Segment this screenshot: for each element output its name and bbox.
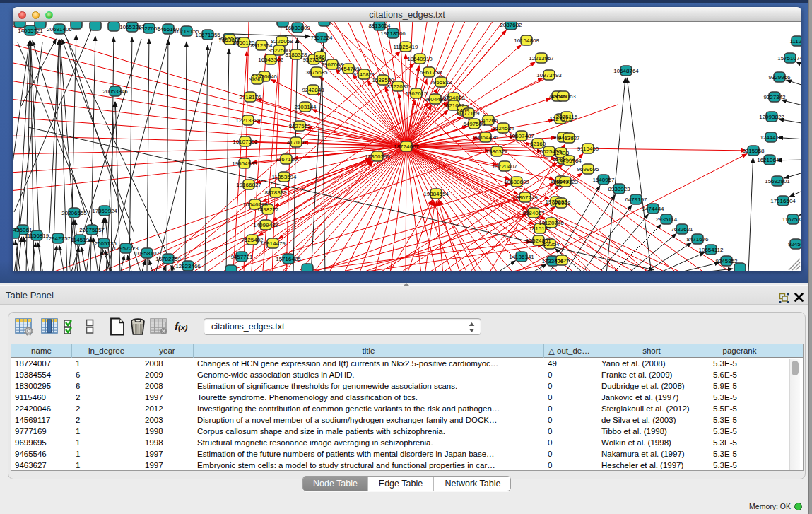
svg-text:12213967: 12213967 [529, 55, 554, 62]
svg-text:252254: 252254 [541, 241, 560, 247]
svg-text:20691406: 20691406 [47, 26, 72, 33]
svg-text:8226058: 8226058 [271, 38, 293, 45]
svg-text:20053346: 20053346 [102, 88, 128, 95]
svg-text:15716485: 15716485 [276, 256, 301, 262]
svg-text:16543362: 16543362 [258, 57, 283, 63]
svg-text:12942757: 12942757 [45, 235, 71, 242]
svg-text:9329966: 9329966 [768, 74, 791, 81]
svg-text:14099489: 14099489 [253, 222, 278, 228]
svg-text:16033809: 16033809 [285, 25, 310, 31]
svg-text:2975115: 2975115 [556, 114, 578, 120]
svg-text:15720407: 15720407 [492, 163, 517, 170]
svg-text:18640910: 18640910 [407, 56, 433, 62]
svg-text:16914479: 16914479 [260, 240, 286, 247]
svg-text:14136141: 14136141 [509, 254, 534, 260]
svg-text:18300295: 18300295 [365, 153, 390, 160]
svg-text:8878335: 8878335 [264, 189, 287, 196]
svg-text:6479197: 6479197 [625, 197, 647, 203]
svg-text:9794028: 9794028 [442, 95, 465, 101]
svg-text:10607487: 10607487 [509, 133, 534, 139]
svg-text:9699695: 9699695 [577, 166, 599, 173]
svg-text:98901: 98901 [249, 76, 266, 83]
svg-text:17359924: 17359924 [92, 208, 117, 214]
svg-text:16961758: 16961758 [416, 69, 442, 76]
svg-text:8322037: 8322037 [387, 83, 409, 90]
svg-text:114519: 114519 [71, 237, 90, 243]
svg-text:8215958: 8215958 [742, 148, 765, 154]
svg-text:3624534: 3624534 [492, 125, 514, 132]
svg-text:19218506: 19218506 [380, 30, 406, 37]
svg-text:7955812: 7955812 [430, 79, 452, 86]
svg-text:20206555: 20206555 [61, 210, 87, 216]
svg-text:20975857: 20975857 [79, 227, 105, 233]
svg-text:976928: 976928 [552, 200, 571, 206]
svg-text:9457721: 9457721 [230, 254, 253, 260]
svg-text:92450: 92450 [788, 241, 801, 247]
svg-text:1244415: 1244415 [760, 134, 782, 141]
svg-text:8938923: 8938923 [608, 186, 630, 192]
svg-text:12923466: 12923466 [175, 263, 201, 269]
svg-text:1167533: 1167533 [782, 216, 801, 223]
svg-text:9084067: 9084067 [522, 210, 545, 216]
svg-text:18724007: 18724007 [394, 144, 419, 150]
svg-text:16210643: 16210643 [757, 157, 782, 163]
svg-text:2718176: 2718176 [239, 94, 261, 100]
svg-text:10648764: 10648764 [613, 68, 639, 74]
svg-text:19384554: 19384554 [423, 191, 449, 197]
svg-text:8427552: 8427552 [288, 123, 311, 129]
svg-text:16107552: 16107552 [233, 139, 258, 145]
svg-text:18807249: 18807249 [512, 194, 538, 201]
svg-text:2803144: 2803144 [294, 104, 317, 110]
svg-text:12433: 12433 [553, 150, 570, 156]
svg-text:15045063: 15045063 [551, 93, 576, 100]
svg-text:3675685: 3675685 [305, 69, 328, 76]
svg-text:16154808: 16154808 [514, 37, 539, 44]
svg-text:15692901: 15692901 [765, 178, 790, 185]
svg-text:12093822: 12093822 [759, 114, 784, 120]
svg-text:19654985: 19654985 [232, 160, 257, 167]
svg-text:7632621: 7632621 [671, 226, 693, 233]
svg-text:9242848: 9242848 [302, 87, 324, 93]
svg-text:7357224: 7357224 [310, 35, 333, 41]
svg-text:9115460: 9115460 [577, 146, 599, 152]
svg-text:417006: 417006 [287, 139, 306, 146]
svg-text:9474444: 9474444 [642, 206, 664, 212]
svg-text:17016504: 17016504 [770, 198, 796, 204]
svg-text:9777169: 9777169 [457, 110, 480, 117]
svg-text:7986322: 7986322 [486, 148, 508, 155]
svg-text:62160: 62160 [530, 141, 546, 147]
svg-text:15751074: 15751074 [777, 55, 801, 62]
svg-text:16549123: 16549123 [553, 179, 578, 185]
svg-text:35426: 35426 [554, 257, 570, 264]
svg-text:9227342: 9227342 [763, 94, 786, 100]
svg-text:11123: 11123 [789, 38, 801, 45]
svg-text:1640957: 1640957 [592, 177, 615, 183]
svg-text:10654112: 10654112 [699, 247, 724, 253]
svg-text:8471676: 8471676 [686, 236, 709, 243]
svg-text:14495764: 14495764 [556, 158, 582, 164]
svg-text:10688609: 10688609 [504, 179, 529, 185]
svg-text:1498222: 1498222 [257, 206, 279, 213]
svg-text:20364436: 20364436 [473, 134, 498, 141]
svg-text:14055721: 14055721 [18, 28, 43, 34]
svg-text:6497508: 6497508 [463, 121, 486, 127]
svg-text:11325419: 11325419 [394, 44, 419, 50]
svg-text:1815132: 1815132 [529, 226, 551, 232]
svg-text:2935114: 2935114 [656, 216, 678, 223]
svg-text:2087682: 2087682 [500, 22, 522, 28]
svg-text:12213389: 12213389 [235, 117, 261, 124]
svg-text:10973493: 10973493 [536, 72, 562, 78]
svg-text:9245852: 9245852 [715, 258, 738, 264]
svg-text:16782759: 16782759 [155, 256, 181, 262]
svg-text:9463627: 9463627 [558, 135, 580, 141]
svg-text:8813054: 8813054 [368, 23, 391, 29]
svg-text:3267130: 3267130 [275, 156, 298, 163]
svg-text:546: 546 [315, 54, 325, 60]
svg-text:19166827: 19166827 [236, 182, 261, 188]
svg-text:10671355: 10671355 [195, 32, 220, 38]
svg-text:11353594: 11353594 [272, 174, 298, 180]
svg-text:1588520: 1588520 [372, 77, 394, 83]
